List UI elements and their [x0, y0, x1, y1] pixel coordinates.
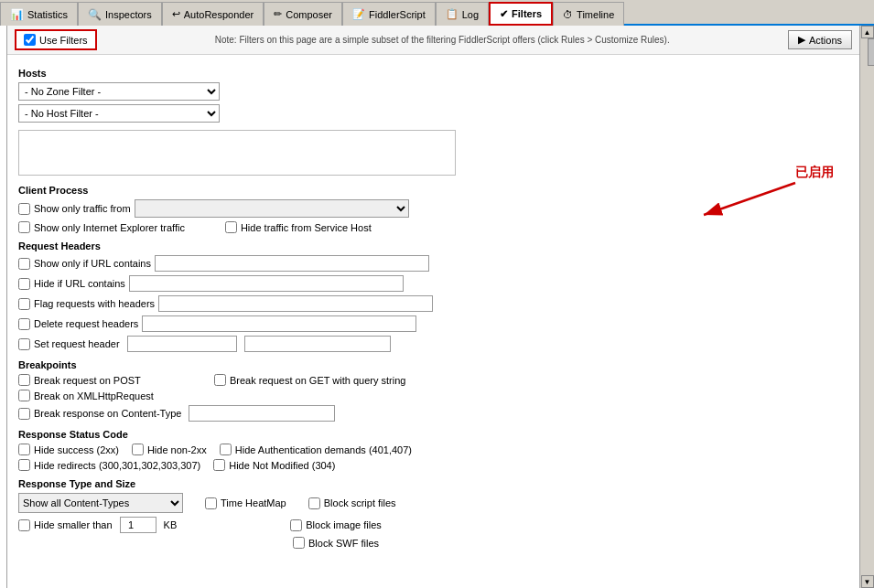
break-get-checkbox[interactable]: [214, 374, 226, 386]
break-get-label[interactable]: Break request on GET with query string: [214, 374, 405, 386]
tab-autoresponder[interactable]: ↩ AutoResponder: [162, 2, 264, 26]
scroll-down-button[interactable]: ▼: [861, 575, 874, 588]
hide-auth-label[interactable]: Hide Authentication demands (401,407): [220, 444, 412, 455]
set-request-header-label[interactable]: Set request header: [18, 338, 120, 350]
note-text: Note: Filters on this page are a simple …: [104, 34, 781, 47]
log-icon: 📋: [446, 8, 459, 20]
delete-request-headers-text: Delete request headers: [34, 318, 138, 329]
tab-inspectors[interactable]: 🔍 Inspectors: [78, 2, 162, 26]
hide-smaller-checkbox[interactable]: [18, 519, 30, 531]
host-filter-row: - No Host Filter - Hide the following Ho…: [18, 104, 848, 123]
rsc-row1: Hide success (2xx) Hide non-2xx Hide Aut…: [18, 444, 848, 455]
show-traffic-from-checkbox[interactable]: [18, 203, 30, 215]
block-swf-checkbox[interactable]: [293, 537, 305, 549]
hide-not-modified-checkbox[interactable]: [213, 459, 225, 471]
tab-log[interactable]: 📋 Log: [436, 2, 489, 26]
show-ie-traffic-text: Show only Internet Explorer traffic: [34, 222, 185, 233]
zone-filter-select[interactable]: - No Zone Filter - Show only Internet Zo…: [18, 82, 220, 101]
use-filters-button[interactable]: Use Filters: [15, 29, 97, 50]
show-ie-traffic-label[interactable]: Show only Internet Explorer traffic: [18, 221, 185, 233]
flag-requests-input[interactable]: [158, 295, 433, 312]
hide-auth-checkbox[interactable]: [220, 444, 232, 455]
hide-service-host-checkbox[interactable]: [225, 221, 237, 233]
hide-smaller-input[interactable]: [120, 517, 156, 533]
tab-inspectors-label: Inspectors: [105, 9, 152, 20]
hide-smaller-label[interactable]: Hide smaller than: [18, 519, 113, 531]
set-request-header-checkbox[interactable]: [18, 338, 30, 350]
show-url-contains-input[interactable]: [155, 255, 429, 272]
statistics-icon: 📊: [10, 8, 24, 21]
show-traffic-from-label[interactable]: Show only traffic from: [18, 203, 131, 215]
hide-non2xx-text: Hide non-2xx: [147, 444, 207, 455]
flag-requests-label[interactable]: Flag requests with headers: [18, 298, 155, 310]
break-post-checkbox[interactable]: [18, 374, 30, 386]
hide-success-checkbox[interactable]: [18, 444, 30, 455]
content-type-select[interactable]: Show all Content-Types Show only IMAGE/*…: [18, 493, 183, 513]
break-response-text: Break response on Content-Type: [34, 408, 181, 419]
break-response-checkbox[interactable]: [18, 408, 30, 420]
set-request-header-name-input[interactable]: [127, 336, 237, 352]
break-response-label[interactable]: Break response on Content-Type: [18, 408, 181, 420]
show-ie-traffic-checkbox[interactable]: [18, 221, 30, 233]
actions-icon: ▶: [798, 34, 805, 46]
hide-redirects-checkbox[interactable]: [18, 459, 30, 471]
break-xml-checkbox[interactable]: [18, 390, 30, 401]
timeline-icon: ⏱: [563, 9, 573, 20]
block-script-checkbox[interactable]: [308, 497, 320, 509]
hosts-textarea[interactable]: [18, 130, 456, 176]
show-traffic-from-text: Show only traffic from: [34, 203, 131, 214]
response-status-header: Response Status Code: [18, 429, 848, 440]
delete-request-headers-row: Delete request headers: [18, 315, 848, 332]
autoresponder-icon: ↩: [172, 8, 180, 20]
block-swf-text: Block SWF files: [308, 538, 379, 549]
breakpoints-section: Break request on POST Break request on G…: [18, 374, 848, 422]
tab-fiddlerscript-label: FiddlerScript: [369, 9, 426, 20]
traffic-from-select[interactable]: [135, 199, 409, 218]
block-swf-label[interactable]: Block SWF files: [293, 537, 379, 549]
hide-service-host-label[interactable]: Hide traffic from Service Host: [225, 221, 372, 233]
tab-statistics[interactable]: 📊 Statistics: [0, 2, 78, 26]
scroll-up-button[interactable]: ▲: [861, 26, 874, 38]
hide-smaller-text: Hide smaller than: [34, 519, 113, 530]
use-filters-checkbox[interactable]: [24, 34, 36, 46]
tab-bar: 📊 Statistics 🔍 Inspectors ↩ AutoResponde…: [0, 0, 874, 26]
hide-non2xx-label[interactable]: Hide non-2xx: [132, 444, 207, 455]
response-type-header: Response Type and Size: [18, 478, 848, 489]
set-request-header-value-input[interactable]: [244, 336, 391, 352]
show-url-contains-label[interactable]: Show only if URL contains: [18, 258, 151, 270]
show-traffic-from-row: Show only traffic from: [18, 199, 848, 218]
hide-non2xx-checkbox[interactable]: [132, 444, 144, 455]
tab-composer[interactable]: ✏ Composer: [264, 2, 342, 26]
host-filter-select[interactable]: - No Host Filter - Hide the following Ho…: [18, 104, 220, 123]
break-xml-label[interactable]: Break on XMLHttpRequest: [18, 390, 154, 401]
delete-request-headers-label[interactable]: Delete request headers: [18, 318, 138, 330]
scrollbar[interactable]: ▲ ▼: [859, 26, 874, 588]
hide-url-contains-label[interactable]: Hide if URL contains: [18, 278, 125, 290]
block-image-checkbox[interactable]: [290, 519, 302, 531]
time-heatmap-label[interactable]: Time HeatMap: [205, 497, 286, 509]
break-post-label[interactable]: Break request on POST: [18, 374, 183, 386]
client-process-section: Show only traffic from Show only Interne…: [18, 199, 848, 233]
time-heatmap-checkbox[interactable]: [205, 497, 217, 509]
scroll-thumb[interactable]: [868, 38, 875, 66]
delete-request-headers-checkbox[interactable]: [18, 318, 30, 330]
tab-fiddlerscript[interactable]: 📝 FiddlerScript: [342, 2, 436, 26]
delete-request-headers-input[interactable]: [142, 315, 416, 332]
fiddlerscript-icon: 📝: [352, 8, 365, 20]
actions-button[interactable]: ▶ Actions: [788, 30, 852, 49]
block-script-label[interactable]: Block script files: [308, 497, 396, 509]
breakpoints-header: Breakpoints: [18, 359, 848, 370]
hide-not-modified-label[interactable]: Hide Not Modified (304): [213, 459, 335, 471]
block-image-label[interactable]: Block image files: [290, 519, 382, 531]
tab-filters[interactable]: ✔ Filters: [489, 2, 553, 26]
tab-timeline[interactable]: ⏱ Timeline: [553, 2, 624, 26]
flag-requests-checkbox[interactable]: [18, 298, 30, 310]
hide-success-label[interactable]: Hide success (2xx): [18, 444, 119, 455]
show-url-contains-checkbox[interactable]: [18, 258, 30, 270]
hide-url-contains-checkbox[interactable]: [18, 278, 30, 290]
hosts-section: - No Zone Filter - Show only Internet Zo…: [18, 82, 848, 177]
break-response-input[interactable]: [189, 405, 335, 422]
hide-url-contains-input[interactable]: [129, 275, 404, 292]
hide-redirects-label[interactable]: Hide redirects (300,301,302,303,307): [18, 459, 200, 471]
breakpoints-row2: Break on XMLHttpRequest: [18, 390, 848, 401]
